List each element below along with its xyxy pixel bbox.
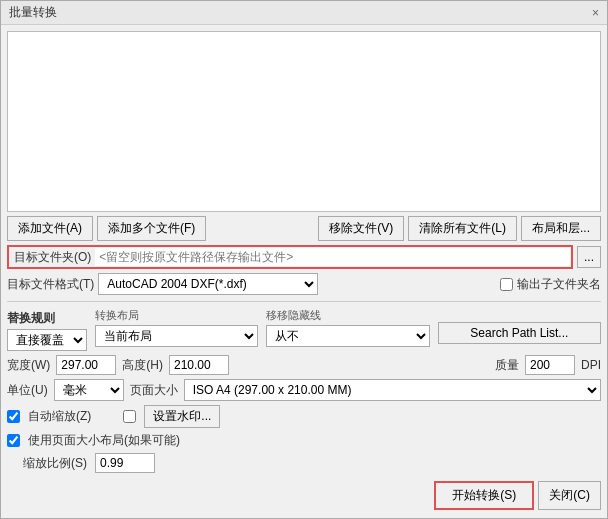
dpi-label: DPI bbox=[581, 358, 601, 372]
layout-button[interactable]: 布局和层... bbox=[521, 216, 601, 241]
start-convert-button[interactable]: 开始转换(S) bbox=[434, 481, 534, 510]
auto-scale-checkbox[interactable] bbox=[7, 410, 20, 423]
auto-scale-row: 自动缩放(Z) 设置水印... bbox=[7, 405, 601, 428]
file-toolbar: 添加文件(A) 添加多个文件(F) 移除文件(V) 清除所有文件(L) 布局和层… bbox=[7, 216, 601, 241]
window-title: 批量转换 bbox=[9, 4, 57, 21]
close-icon[interactable]: × bbox=[592, 6, 599, 20]
bottom-row: 开始转换(S) 关闭(C) bbox=[7, 477, 601, 512]
use-page-layout-row: 使用页面大小布局(如果可能) bbox=[7, 432, 601, 449]
clear-all-button[interactable]: 清除所有文件(L) bbox=[408, 216, 517, 241]
move-hidden-col-label: 移移隐藏线 bbox=[266, 308, 429, 323]
target-folder-row: 目标文件夹(O) ... bbox=[7, 245, 601, 269]
dialog-close-button[interactable]: 关闭(C) bbox=[538, 481, 601, 510]
remove-file-button[interactable]: 移除文件(V) bbox=[318, 216, 404, 241]
width-input[interactable] bbox=[56, 355, 116, 375]
target-folder-label: 目标文件夹(O) bbox=[10, 249, 95, 266]
layout-select[interactable]: 当前布局 bbox=[95, 325, 258, 347]
output-sub-checkbox[interactable] bbox=[500, 278, 513, 291]
target-format-select[interactable]: AutoCAD 2004 DXF(*.dxf) bbox=[98, 273, 318, 295]
dimensions-row: 宽度(W) 高度(H) 质量 DPI bbox=[7, 355, 601, 375]
auto-scale-label: 自动缩放(Z) bbox=[28, 408, 91, 425]
watermark-checkbox[interactable] bbox=[123, 410, 136, 423]
unit-label: 单位(U) bbox=[7, 382, 48, 399]
add-file-button[interactable]: 添加文件(A) bbox=[7, 216, 93, 241]
target-folder-input[interactable] bbox=[95, 248, 570, 266]
watermark-button[interactable]: 设置水印... bbox=[144, 405, 220, 428]
height-input[interactable] bbox=[169, 355, 229, 375]
replace-select[interactable]: 直接覆盖 bbox=[7, 329, 87, 351]
browse-button[interactable]: ... bbox=[577, 246, 601, 268]
replace-section-title: 替换规则 bbox=[7, 310, 87, 327]
scale-label: 缩放比例(S) bbox=[23, 455, 87, 472]
output-sub-label: 输出子文件夹名 bbox=[517, 276, 601, 293]
search-path-col-label bbox=[438, 308, 601, 320]
height-label: 高度(H) bbox=[122, 357, 163, 374]
page-size-label: 页面大小 bbox=[130, 382, 178, 399]
divider1 bbox=[7, 301, 601, 302]
unit-pagesize-row: 单位(U) 毫米 页面大小 ISO A4 (297.00 x 210.00 MM… bbox=[7, 379, 601, 401]
quality-input[interactable] bbox=[525, 355, 575, 375]
target-format-row: 目标文件格式(T) AutoCAD 2004 DXF(*.dxf) 输出子文件夹… bbox=[7, 273, 601, 295]
search-path-button[interactable]: Search Path List... bbox=[438, 322, 601, 344]
move-hidden-select[interactable]: 从不 bbox=[266, 325, 429, 347]
scale-row: 缩放比例(S) bbox=[7, 453, 601, 473]
batch-convert-window: 批量转换 × 添加文件(A) 添加多个文件(F) 移除文件(V) 清除所有文件(… bbox=[0, 0, 608, 519]
use-page-layout-label: 使用页面大小布局(如果可能) bbox=[28, 432, 180, 449]
page-size-select[interactable]: ISO A4 (297.00 x 210.00 MM) bbox=[184, 379, 601, 401]
scale-input[interactable] bbox=[95, 453, 155, 473]
use-page-layout-checkbox[interactable] bbox=[7, 434, 20, 447]
main-content: 添加文件(A) 添加多个文件(F) 移除文件(V) 清除所有文件(L) 布局和层… bbox=[1, 25, 607, 518]
replace-rules-row: 替换规则 直接覆盖 转换布局 当前布局 移移隐藏线 从不 Search Path bbox=[7, 308, 601, 351]
quality-label: 质量 bbox=[495, 357, 519, 374]
unit-select[interactable]: 毫米 bbox=[54, 379, 124, 401]
title-bar: 批量转换 × bbox=[1, 1, 607, 25]
width-label: 宽度(W) bbox=[7, 357, 50, 374]
target-format-label: 目标文件格式(T) bbox=[7, 276, 94, 293]
file-list-area bbox=[7, 31, 601, 212]
layout-col-label: 转换布局 bbox=[95, 308, 258, 323]
add-multi-button[interactable]: 添加多个文件(F) bbox=[97, 216, 206, 241]
